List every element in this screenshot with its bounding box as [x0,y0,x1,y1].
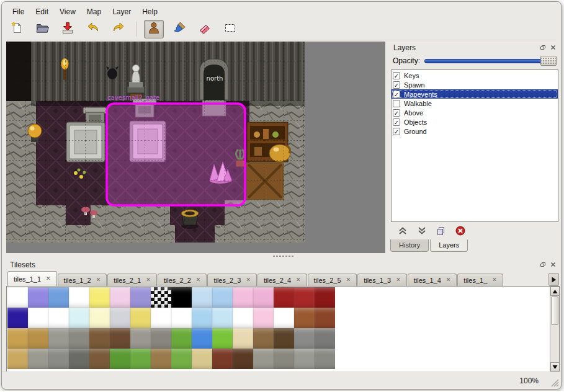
tile-1-10[interactable] [212,308,233,328]
tile-2-12[interactable] [253,328,274,349]
layer-row-ground[interactable]: ✓Ground [392,127,558,136]
tab-close-icon[interactable]: ✕ [96,277,101,283]
opacity-slider[interactable] [424,56,557,66]
tile-2-5[interactable] [110,328,130,349]
tile-0-2[interactable] [48,287,69,308]
tile-0-6[interactable] [130,287,151,308]
map-canvas[interactable]: cavesmall2_gate north [6,42,305,243]
tile-2-0[interactable] [7,328,28,349]
tile-2-7[interactable] [151,328,171,349]
tile-3-15[interactable] [315,349,335,369]
delete-layer-button[interactable] [454,224,467,238]
tile-0-3[interactable] [69,287,89,308]
brush-tool-button[interactable] [169,20,189,38]
tab-close-icon[interactable]: ✕ [396,277,401,283]
menu-help[interactable]: Help [137,6,163,17]
tileset-tab-tiles_2_3[interactable]: tiles_2_3✕ [207,274,257,286]
tab-close-icon[interactable]: ✕ [492,277,497,283]
menu-layer[interactable]: Layer [107,6,137,17]
move-layer-down-button[interactable] [415,224,429,238]
layer-row-walkable[interactable]: Walkable [392,99,558,108]
tile-2-8[interactable] [171,328,192,349]
tab-close-icon[interactable]: ✕ [246,277,251,283]
menu-view[interactable]: View [54,6,81,17]
tile-3-1[interactable] [28,349,48,369]
opacity-slider-track[interactable] [424,59,555,63]
layer-row-above[interactable]: ✓Above [392,108,558,117]
tile-1-4[interactable] [89,308,110,328]
layer-visibility-checkbox[interactable]: ✓ [393,118,400,126]
layer-visibility-checkbox[interactable]: ✓ [393,128,400,135]
redo-button[interactable] [109,20,128,38]
tile-2-6[interactable] [130,328,151,349]
tile-3-0[interactable] [7,349,28,369]
tile-1-9[interactable] [192,308,212,328]
tile-1-1[interactable] [28,308,48,328]
layer-row-mapevents[interactable]: ✓Mapevents [392,89,558,99]
undo-button[interactable] [83,20,103,38]
duplicate-layer-button[interactable] [434,224,448,238]
tileset-tab-tiles_1_3[interactable]: tiles_1_3✕ [357,274,407,286]
menu-edit[interactable]: Edit [30,6,54,17]
tileset-area[interactable] [6,286,560,372]
tab-scroll-right-button[interactable] [548,273,559,286]
horizontal-splitter[interactable] [6,253,560,259]
tile-1-15[interactable] [315,308,335,328]
select-tool-button[interactable] [220,20,240,38]
tile-1-6[interactable] [130,308,151,328]
selection-rectangle[interactable] [107,104,245,205]
tile-0-1[interactable] [28,287,48,308]
layer-row-spawn[interactable]: ✓Spawn [392,80,558,89]
splitter-grip[interactable] [272,255,293,257]
tab-close-icon[interactable]: ✕ [46,276,51,282]
tileset-scrollbar[interactable] [550,287,559,372]
eraser-tool-button[interactable] [195,20,215,38]
tile-1-11[interactable] [233,308,253,328]
tile-0-9[interactable] [192,287,212,308]
tab-close-icon[interactable]: ✕ [146,277,151,283]
dock-tab-history[interactable]: History [390,239,429,252]
tile-2-3[interactable] [69,328,89,349]
tile-2-2[interactable] [48,328,69,349]
tile-3-11[interactable] [233,349,253,369]
tab-close-icon[interactable]: ✕ [346,277,351,283]
tile-3-14[interactable] [294,349,315,369]
tile-0-7[interactable] [151,287,171,308]
tile-2-9[interactable] [192,328,212,349]
layer-visibility-checkbox[interactable] [393,100,400,107]
tile-1-2[interactable] [48,308,69,328]
save-button[interactable] [58,20,78,38]
move-layer-up-button[interactable] [396,224,410,238]
tile-3-8[interactable] [171,349,192,369]
tile-2-13[interactable] [274,328,294,349]
open-button[interactable] [32,20,52,38]
tile-3-4[interactable] [89,349,110,369]
tileset-tab-tiles_2_4[interactable]: tiles_2_4✕ [257,274,307,286]
tile-0-11[interactable] [233,287,253,308]
tile-1-7[interactable] [151,308,171,328]
tile-3-3[interactable] [69,349,89,369]
tile-0-13[interactable] [274,287,294,308]
scroll-up-button[interactable] [550,287,560,296]
tile-3-2[interactable] [48,349,69,369]
tile-1-5[interactable] [110,308,130,328]
tile-3-5[interactable] [110,349,130,369]
tile-1-12[interactable] [253,308,274,328]
tile-3-13[interactable] [274,349,294,369]
float-panel-button[interactable] [538,43,547,52]
layer-visibility-checkbox[interactable]: ✓ [393,72,400,79]
tile-3-12[interactable] [253,349,274,369]
float-panel-button[interactable] [538,261,547,269]
tile-3-6[interactable] [130,349,151,369]
tileset-tab-tiles_1_1[interactable]: tiles_1_1✕ [7,271,57,286]
tileset-tab-tiles_2_1[interactable]: tiles_2_1✕ [107,274,157,286]
tile-2-15[interactable] [315,328,335,349]
scroll-down-button[interactable] [550,362,560,372]
close-panel-button[interactable] [548,261,558,269]
tile-3-7[interactable] [151,349,171,369]
tile-0-15[interactable] [315,287,335,308]
tile-2-14[interactable] [294,328,315,349]
tile-2-10[interactable] [212,328,233,349]
dock-tab-layers[interactable]: Layers [430,239,468,252]
tileset-tab-tiles_1_4[interactable]: tiles_1_4✕ [408,274,457,286]
